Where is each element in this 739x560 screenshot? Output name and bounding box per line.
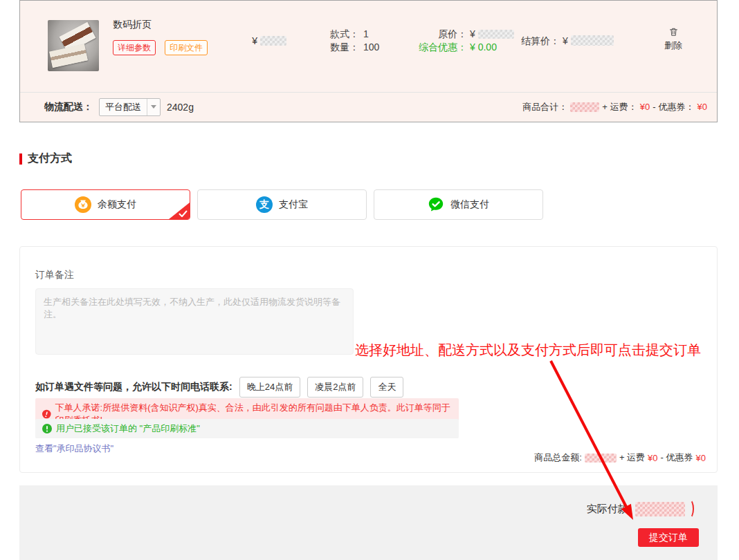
qty-label: 数量： bbox=[323, 41, 359, 54]
settle-price-label: 结算价： bbox=[521, 35, 560, 46]
settle-price-blurred bbox=[571, 35, 614, 46]
checkout-page: 数码折页 详细参数 印刷文件 ¥ 款式： 1 数量： 100 bbox=[0, 0, 739, 560]
original-price-value: ¥ bbox=[467, 28, 514, 41]
product-row: 数码折页 详细参数 印刷文件 ¥ 款式： 1 数量： 100 bbox=[20, 1, 717, 93]
pay-balance-label: 余额支付 bbox=[98, 198, 136, 211]
subtotal-blurred bbox=[570, 102, 599, 112]
logistics-label: 物流配送： bbox=[44, 101, 93, 113]
actual-payment-label: 实际付款: bbox=[587, 503, 631, 516]
product-title: 数码折页 bbox=[113, 19, 214, 31]
price-currency: ¥ bbox=[252, 35, 257, 46]
actual-payment-row: 实际付款: bbox=[587, 499, 694, 519]
delivery-method-value: 平台配送 bbox=[100, 101, 147, 113]
order-total-coupon-label: - 优惠券 bbox=[661, 451, 693, 464]
contact-option-before-24[interactable]: 晚上24点前 bbox=[239, 377, 300, 398]
contact-option-before-2am[interactable]: 凌晨2点前 bbox=[307, 377, 363, 398]
pay-alipay-label: 支付宝 bbox=[279, 198, 308, 211]
contact-option-all-day[interactable]: 全天 bbox=[370, 377, 403, 398]
bottom-action-bar: 实际付款: 提交订单 bbox=[19, 485, 718, 560]
pay-wechat-label: 微信支付 bbox=[450, 198, 489, 211]
product-thumbnail[interactable] bbox=[48, 20, 99, 71]
contact-time-label: 如订单遇文件等问题，允许以下时间电话联系: bbox=[35, 381, 232, 393]
order-total-blurred bbox=[585, 454, 617, 463]
shipping-label: 运费： bbox=[610, 101, 637, 113]
detail-params-tag[interactable]: 详细参数 bbox=[113, 40, 156, 55]
brochure-shape bbox=[49, 44, 88, 68]
order-total-row: 商品总金额: + 运费 ¥0 - 优惠券 ¥0 bbox=[534, 451, 706, 464]
orig-currency: ¥ bbox=[470, 28, 475, 39]
section-accent-bar bbox=[19, 153, 22, 165]
check-icon bbox=[179, 210, 188, 218]
delete-label: 删除 bbox=[664, 40, 682, 50]
pay-method-wechat[interactable]: 微信支付 bbox=[374, 189, 543, 220]
price-blurred bbox=[260, 36, 286, 46]
chevron-down-icon bbox=[151, 105, 156, 109]
money-bag-icon bbox=[75, 196, 91, 213]
alert-icon bbox=[42, 409, 51, 419]
coupon-value: ¥0 bbox=[697, 102, 707, 112]
actual-payment-blurred bbox=[635, 502, 685, 516]
cart-box: 数码折页 详细参数 印刷文件 ¥ 款式： 1 数量： 100 bbox=[19, 0, 718, 122]
order-total-coupon-amt: ¥0 bbox=[696, 453, 706, 463]
discount-label: 综合优惠： bbox=[408, 41, 467, 54]
weight-value: 2402g bbox=[167, 102, 194, 113]
logistics-left: 物流配送： 平台配送 2402g bbox=[44, 98, 194, 116]
order-total-shipping-label: + 运费 bbox=[619, 451, 645, 464]
original-price-label: 原价： bbox=[408, 28, 467, 41]
agreement-link[interactable]: 查看"承印品协议书" bbox=[35, 442, 113, 455]
delete-item-button[interactable]: 删除 bbox=[657, 26, 690, 52]
order-total-shipping-amt: ¥0 bbox=[648, 453, 657, 463]
discount-value: ¥ 0.00 bbox=[467, 41, 514, 54]
alipay-icon: 支 bbox=[256, 196, 273, 213]
product-info: 数码折页 详细参数 印刷文件 bbox=[113, 19, 214, 55]
style-value: 1 bbox=[359, 28, 379, 41]
plus-sign: + bbox=[602, 102, 608, 112]
alipay-glyph: 支 bbox=[259, 198, 269, 211]
red-paren-mark bbox=[685, 499, 694, 519]
select-caret-area bbox=[147, 99, 160, 115]
qty-value: 100 bbox=[359, 41, 379, 54]
order-total-label: 商品总金额: bbox=[534, 451, 582, 464]
order-note-textarea[interactable] bbox=[35, 288, 354, 355]
print-file-tag[interactable]: 印刷文件 bbox=[165, 40, 208, 55]
style-qty-column: 款式： 1 数量： 100 bbox=[323, 28, 379, 54]
wechat-pay-icon bbox=[428, 196, 444, 213]
pay-method-balance[interactable]: 余额支付 bbox=[21, 189, 190, 220]
product-tags: 详细参数 印刷文件 bbox=[113, 40, 214, 55]
payment-section-title: 支付方式 bbox=[28, 151, 72, 166]
order-form-panel: 订单备注 如订单遇文件等问题，允许以下时间电话联系: 晚上24点前 凌晨2点前 … bbox=[19, 246, 718, 473]
original-price-blurred bbox=[478, 30, 514, 39]
submit-order-button[interactable]: 提交订单 bbox=[638, 528, 699, 547]
order-note-label: 订单备注 bbox=[35, 269, 74, 281]
style-label: 款式： bbox=[323, 28, 359, 41]
contact-time-row: 如订单遇文件等问题，允许以下时间电话联系: 晚上24点前 凌晨2点前 全天 bbox=[35, 377, 403, 398]
standard-accepted-text: 用户已接受该订单的 "产品印刷标准" bbox=[56, 422, 200, 435]
standard-accepted-notice: 用户已接受该订单的 "产品印刷标准" bbox=[35, 419, 459, 438]
minus-sign: - bbox=[653, 102, 655, 112]
delivery-method-select[interactable]: 平台配送 bbox=[99, 98, 161, 116]
helper-annotation-text: 选择好地址、配送方式以及支付方式后即可点击提交订单 bbox=[355, 341, 701, 360]
settle-price-column: 结算价： ¥ bbox=[521, 35, 614, 48]
info-icon bbox=[42, 424, 52, 433]
original-price-column: 原价： ¥ 综合优惠： ¥ 0.00 bbox=[408, 28, 514, 54]
logistics-row: 物流配送： 平台配送 2402g 商品合计： + 运费： ¥0 - 优惠券： ¥… bbox=[20, 92, 717, 122]
subtotal-label: 商品合计： bbox=[522, 101, 567, 113]
pay-method-alipay[interactable]: 支 支付宝 bbox=[197, 189, 367, 220]
product-price-column: ¥ bbox=[228, 35, 311, 46]
coupon-label: 优惠券： bbox=[659, 101, 695, 113]
settle-currency: ¥ bbox=[563, 35, 568, 46]
shipping-value: ¥0 bbox=[640, 102, 650, 112]
trash-icon bbox=[668, 26, 679, 37]
logistics-subtotal: 商品合计： + 运费： ¥0 - 优惠券： ¥0 bbox=[522, 101, 707, 113]
payment-section-header: 支付方式 bbox=[19, 151, 72, 166]
